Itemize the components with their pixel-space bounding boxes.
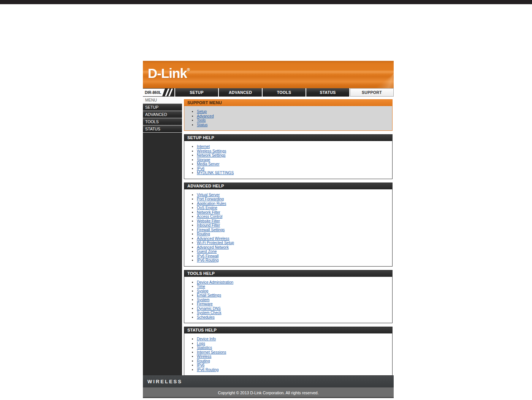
help-link[interactable]: MYDLINK SETTINGS: [197, 171, 234, 175]
help-list-item: Virtual Server: [197, 193, 388, 197]
help-link[interactable]: Website Filter: [197, 219, 220, 223]
help-list-item: Routing: [197, 359, 388, 363]
help-link[interactable]: Storage: [197, 158, 210, 162]
tab-support[interactable]: SUPPORT: [350, 88, 394, 97]
help-list-item: Tools: [197, 118, 388, 123]
help-list-item: IPv6: [197, 363, 388, 368]
help-list-item: Routing: [197, 232, 388, 237]
sidebar-item-status[interactable]: STATUS: [143, 125, 182, 133]
help-link[interactable]: QoS Engine: [197, 206, 217, 210]
help-link[interactable]: IPv6: [197, 363, 204, 367]
section-title-setup-help: SETUP HELP: [184, 135, 392, 141]
help-link[interactable]: Schedules: [197, 315, 215, 319]
help-link[interactable]: Access Control: [197, 214, 222, 219]
help-list-item: Wireless: [197, 354, 388, 359]
section-title-tools-help: TOOLS HELP: [184, 270, 392, 277]
help-list-item: QoS Engine: [197, 206, 388, 210]
tab-status[interactable]: STATUS: [306, 88, 349, 97]
help-list-item: Advanced: [197, 114, 388, 119]
help-link[interactable]: Tools: [197, 118, 206, 122]
help-list-item: Syslog: [197, 289, 388, 294]
wireless-footer-bar: WIRELESS: [143, 375, 394, 387]
help-link[interactable]: Email Settings: [197, 293, 221, 297]
help-link[interactable]: System Check: [197, 311, 221, 315]
help-link[interactable]: Virtual Server: [197, 193, 220, 197]
tools-help-link-list: Device AdministrationTimeSyslogEmail Set…: [184, 280, 388, 320]
help-link[interactable]: Setup: [197, 110, 207, 114]
tab-setup[interactable]: SETUP: [175, 88, 218, 97]
help-link[interactable]: System: [197, 298, 209, 302]
help-link[interactable]: Device Info: [197, 337, 216, 341]
help-list-item: Firewall Settings: [197, 228, 388, 232]
help-list-item: Firmware: [197, 302, 388, 306]
help-link[interactable]: Wi-Fi Protected Setup: [197, 241, 234, 245]
section-title-advanced-help: ADVANCED HELP: [184, 183, 392, 189]
help-list-item: Storage: [197, 158, 388, 162]
help-link[interactable]: Wireless Settings: [197, 149, 226, 153]
help-link[interactable]: Advanced: [197, 114, 214, 118]
help-link[interactable]: IPv6: [197, 167, 204, 171]
help-list-item: Website Filter: [197, 219, 388, 224]
help-link[interactable]: Advanced Network: [197, 245, 229, 249]
section-body-support-menu: SetupAdvancedToolsStatus: [184, 106, 392, 130]
help-link[interactable]: Inbound Filter: [197, 223, 220, 227]
section-body-setup-help: InternetWireless SettingsNetwork Setting…: [184, 141, 392, 179]
help-list-item: IPv6 Firewall: [197, 254, 388, 259]
help-link[interactable]: Dynamic DNS: [197, 306, 221, 311]
help-list-item: Time: [197, 284, 388, 289]
help-link[interactable]: Routing: [197, 232, 210, 236]
registered-trademark-mark: ®: [187, 67, 190, 72]
help-link[interactable]: Media Server: [197, 162, 219, 166]
support-menu-link-list: SetupAdvancedToolsStatus: [184, 110, 388, 127]
help-link[interactable]: Guest Zone: [197, 249, 217, 254]
help-list-item: Wi-Fi Protected Setup: [197, 241, 388, 245]
help-link[interactable]: Port Forwarding: [197, 197, 224, 201]
tab-tools[interactable]: TOOLS: [263, 88, 306, 97]
help-link[interactable]: Application Rules: [197, 202, 226, 206]
help-list-item: Logs: [197, 341, 388, 346]
sidebar-item-advanced[interactable]: ADVANCED: [143, 111, 182, 118]
help-list-item: Device Info: [197, 337, 388, 341]
help-list-item: IPv6 Routing: [197, 258, 388, 263]
help-list-item: Email Settings: [197, 293, 388, 298]
sidebar-item-setup[interactable]: SETUP: [143, 104, 182, 111]
dlink-logo: D-Link®: [148, 66, 190, 81]
router-admin-window: D-Link® DIR-860L SETUP ADVANCED TOOLS ST…: [143, 61, 394, 398]
help-link[interactable]: Status: [197, 123, 207, 127]
section-advanced-help: ADVANCED HELP Virtual ServerPort Forward…: [184, 183, 393, 267]
help-link[interactable]: Internet: [197, 144, 210, 149]
help-list-item: Internet Sessions: [197, 350, 388, 355]
brand-banner: D-Link®: [143, 61, 394, 88]
sidebar-item-tools[interactable]: TOOLS: [143, 118, 182, 125]
help-link[interactable]: Statistics: [197, 346, 212, 350]
help-list-item: MYDLINK SETTINGS: [197, 171, 388, 175]
help-link[interactable]: Logs: [197, 341, 205, 346]
section-body-status-help: Device InfoLogsStatisticsInternet Sessio…: [184, 333, 392, 375]
help-link[interactable]: Wireless: [197, 354, 211, 359]
main-content: SUPPORT MENU SetupAdvancedToolsStatus SE…: [182, 97, 394, 375]
tab-advanced[interactable]: ADVANCED: [219, 88, 262, 97]
help-link[interactable]: IPv6 Firewall: [197, 254, 218, 258]
help-link[interactable]: Network Settings: [197, 153, 226, 157]
help-link[interactable]: Firewall Settings: [197, 228, 225, 232]
help-link[interactable]: Network Filter: [197, 210, 220, 214]
sidebar-item-menu[interactable]: MENU: [143, 97, 182, 104]
help-list-item: Network Settings: [197, 153, 388, 158]
help-link[interactable]: Routing: [197, 359, 210, 363]
section-body-advanced-help: Virtual ServerPort ForwardingApplication…: [184, 189, 392, 266]
help-list-item: Advanced Wireless: [197, 237, 388, 241]
sidebar-menu: MENU SETUP ADVANCED TOOLS STATUS: [143, 97, 182, 375]
help-link[interactable]: Syslog: [197, 289, 208, 293]
top-tab-bar: DIR-860L SETUP ADVANCED TOOLS STATUS SUP…: [143, 88, 394, 97]
help-link[interactable]: Advanced Wireless: [197, 237, 230, 241]
help-list-item: Advanced Network: [197, 245, 388, 250]
help-list-item: IPv6: [197, 167, 388, 171]
copyright-bar: Copyright © 2013 D-Link Corporation. All…: [143, 387, 394, 398]
help-link[interactable]: Time: [197, 284, 205, 289]
help-link[interactable]: IPv6 Routing: [197, 258, 218, 262]
help-link[interactable]: Device Administration: [197, 280, 233, 284]
help-link[interactable]: IPv6 Routing: [197, 368, 218, 372]
help-link[interactable]: Internet Sessions: [197, 350, 226, 354]
section-title-status-help: STATUS HELP: [184, 327, 392, 333]
help-link[interactable]: Firmware: [197, 302, 213, 306]
